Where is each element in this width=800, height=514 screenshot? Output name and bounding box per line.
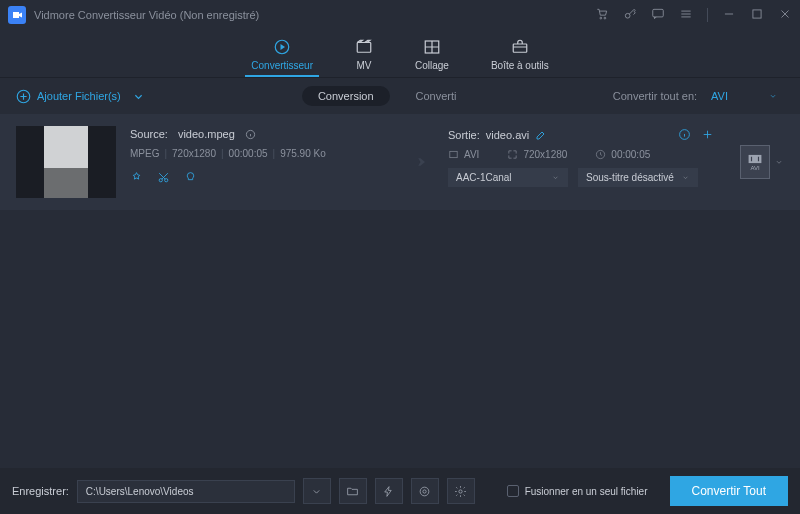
merge-label: Fusionner en un seul fichier [525, 486, 648, 497]
collage-icon [423, 38, 441, 58]
edit-icon[interactable] [130, 171, 143, 184]
chevron-down-icon [131, 89, 146, 104]
output-format-value: AVI [464, 149, 479, 160]
path-dropdown-button[interactable] [303, 478, 331, 504]
svg-point-2 [625, 13, 630, 18]
high-speed-button[interactable] [411, 478, 439, 504]
svg-point-17 [421, 487, 430, 496]
tab-label: Collage [415, 60, 449, 71]
converti-tab-button[interactable]: Converti [416, 90, 457, 102]
svg-rect-6 [357, 43, 371, 53]
output-line: Sortie: video.avi [448, 129, 547, 141]
convert-icon [273, 38, 291, 58]
enhance-icon[interactable] [184, 171, 197, 184]
output-filename: video.avi [486, 129, 529, 141]
subtitle-select-value: Sous-titre désactivé [586, 172, 674, 183]
cart-icon[interactable] [595, 7, 609, 23]
chevron-down-icon [681, 173, 690, 182]
output-format: AVI [448, 149, 479, 160]
output-format-box-label: AVI [750, 165, 759, 171]
chevron-down-icon [551, 173, 560, 182]
thumbnail-image [44, 126, 88, 198]
feedback-icon[interactable] [651, 7, 665, 23]
output-format-button[interactable]: AVI [740, 145, 770, 179]
key-icon[interactable] [623, 7, 637, 23]
divider [707, 8, 708, 22]
window-title: Vidmore Convertisseur Vidéo (Non enregis… [34, 9, 259, 21]
add-file-button[interactable]: Ajouter Fichier(s) [16, 89, 146, 104]
source-meta: MPEG| 720x1280| 00:00:05| 975.90 Ko [130, 148, 390, 159]
gpu-accel-button[interactable] [375, 478, 403, 504]
cut-icon[interactable] [157, 171, 170, 184]
convert-all-format-select[interactable]: AVI [705, 88, 784, 104]
subtitle-select[interactable]: Sous-titre désactivé [578, 168, 698, 187]
svg-point-1 [604, 17, 606, 19]
source-resolution: 720x1280 [172, 148, 216, 159]
mv-icon [355, 38, 373, 58]
merge-checkbox[interactable]: Fusionner en un seul fichier [507, 485, 648, 497]
source-codec: MPEG [130, 148, 159, 159]
footer-bar: Enregistrer: C:\Users\Lenovo\Videos Fusi… [0, 468, 800, 514]
tab-convertisseur[interactable]: Convertisseur [251, 38, 313, 77]
settings-button[interactable] [447, 478, 475, 504]
output-resolution-value: 720x1280 [523, 149, 567, 160]
file-row: Source: video.mpeg MPEG| 720x1280| 00:00… [0, 114, 800, 210]
tab-mv[interactable]: MV [355, 38, 373, 77]
main-tabs: Convertisseur MV Collage Boîte à outils [0, 30, 800, 78]
svg-rect-16 [749, 154, 762, 162]
add-file-label: Ajouter Fichier(s) [37, 90, 121, 102]
svg-rect-14 [450, 151, 457, 157]
convert-all-format-value: AVI [711, 90, 728, 102]
info-output-icon[interactable] [678, 128, 691, 141]
menu-icon[interactable] [679, 7, 693, 23]
svg-rect-8 [513, 44, 527, 52]
browse-folder-button[interactable] [339, 478, 367, 504]
conversion-tab-button[interactable]: Conversion [302, 86, 390, 106]
video-thumbnail[interactable] [16, 126, 116, 198]
toolbar: Ajouter Fichier(s) Conversion Converti C… [0, 78, 800, 114]
tab-label: Convertisseur [251, 60, 313, 71]
save-label: Enregistrer: [12, 485, 69, 497]
toolbox-icon [511, 38, 529, 58]
maximize-icon[interactable] [750, 7, 764, 23]
tab-collage[interactable]: Collage [415, 38, 449, 77]
save-path-input[interactable]: C:\Users\Lenovo\Videos [77, 480, 295, 503]
source-line: Source: video.mpeg [130, 128, 390, 140]
app-logo [8, 6, 26, 24]
chevron-down-icon [768, 91, 778, 101]
audio-select-value: AAC-1Canal [456, 172, 512, 183]
svg-point-19 [459, 489, 462, 492]
tab-boite[interactable]: Boîte à outils [491, 38, 549, 77]
output-duration: 00:00:05 [595, 149, 650, 160]
convert-all-button[interactable]: Convertir Tout [670, 476, 788, 506]
tab-label: Boîte à outils [491, 60, 549, 71]
audio-select[interactable]: AAC-1Canal [448, 168, 568, 187]
output-resolution: 720x1280 [507, 149, 567, 160]
source-size: 975.90 Ko [280, 148, 326, 159]
minimize-icon[interactable] [722, 7, 736, 23]
info-icon[interactable] [245, 129, 256, 140]
svg-point-18 [423, 489, 426, 492]
svg-point-0 [600, 17, 602, 19]
edit-name-icon[interactable] [535, 129, 547, 141]
tab-label: MV [356, 60, 371, 71]
arrow-icon [404, 126, 434, 198]
close-icon[interactable] [778, 7, 792, 23]
titlebar: Vidmore Convertisseur Vidéo (Non enregis… [0, 0, 800, 30]
source-prefix: Source: [130, 128, 168, 140]
checkbox-box [507, 485, 519, 497]
add-output-icon[interactable] [701, 128, 714, 141]
output-prefix: Sortie: [448, 129, 480, 141]
output-duration-value: 00:00:05 [611, 149, 650, 160]
source-filename: video.mpeg [178, 128, 235, 140]
chevron-down-icon[interactable] [774, 157, 784, 167]
source-duration: 00:00:05 [229, 148, 268, 159]
svg-rect-4 [753, 10, 761, 18]
convert-all-label: Convertir tout en: [613, 90, 697, 102]
